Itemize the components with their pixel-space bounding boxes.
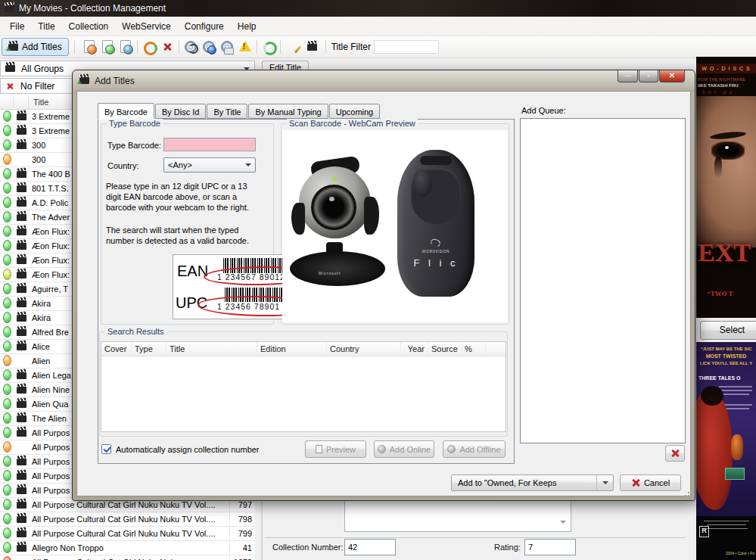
status-icon: [3, 542, 11, 553]
column-header--[interactable]: %: [462, 342, 486, 356]
type-cell: [14, 369, 29, 382]
status-icon: [3, 125, 11, 136]
delete-x-glyph: [163, 42, 172, 51]
clapper-icon: [17, 516, 26, 523]
minimize-button[interactable]: —: [618, 70, 638, 82]
preview-button[interactable]: Preview: [305, 440, 366, 458]
disc-export-icon[interactable]: [118, 39, 133, 54]
delete-icon[interactable]: [160, 39, 175, 54]
table-row[interactable]: All Purpose Cultural Cat Girl Nuku Nuku …: [0, 512, 255, 527]
remove-queue-button[interactable]: [665, 445, 685, 462]
barcode-input[interactable]: [163, 138, 256, 151]
edit-title-icon[interactable]: [285, 39, 300, 54]
poster-textline: [719, 394, 749, 395]
toolbar-separator: [257, 40, 257, 54]
type-cell: [14, 153, 29, 166]
tab-by-title[interactable]: By Title: [207, 104, 247, 119]
add-titles-dialog: Add Titles — ▫ ✕ By BarcodeBy Disc IdBy …: [72, 70, 695, 501]
webcam-detail: [291, 203, 305, 235]
status-icon: [3, 269, 11, 280]
tab-by-manual-typing[interactable]: By Manual Typing: [248, 104, 328, 119]
web-update-icon[interactable]: [82, 39, 97, 54]
split-arrow[interactable]: [596, 475, 613, 490]
add-offline-button[interactable]: Add Offline: [443, 440, 506, 458]
disc-copy-icon[interactable]: [219, 39, 235, 54]
column-header-source[interactable]: Source: [428, 342, 462, 356]
poster-smudge: [714, 157, 722, 178]
type-cell: [14, 484, 29, 497]
tab-upcoming[interactable]: Upcoming: [329, 104, 381, 119]
row-title: Allegro Non Troppo: [29, 541, 229, 555]
status-icon: [3, 197, 11, 208]
status-icon: [3, 182, 11, 194]
menu-item-file[interactable]: File: [3, 18, 31, 35]
app-icon: [5, 5, 14, 12]
menu-item-configure[interactable]: Configure: [178, 18, 231, 35]
maximize-button[interactable]: ▫: [639, 70, 658, 82]
refresh-icon[interactable]: [261, 39, 276, 54]
cancel-button[interactable]: Cancel: [620, 474, 681, 491]
add-to-collection-button[interactable]: Add to "Owned, For Keeps: [451, 474, 614, 491]
flic-detail: [420, 156, 452, 165]
sync-icon[interactable]: [142, 39, 157, 54]
column-header-country[interactable]: Country: [327, 342, 401, 356]
column-header-year[interactable]: Year: [401, 342, 428, 356]
row-number: 799: [229, 527, 255, 540]
country-dropdown[interactable]: <Any>: [163, 157, 256, 173]
status-icon: [3, 499, 11, 510]
add-online-button[interactable]: Add Online: [374, 440, 434, 458]
column-header-cover[interactable]: Cover: [101, 342, 132, 356]
select-button[interactable]: Select: [700, 321, 756, 340]
auto-assign-checkbox[interactable]: [101, 444, 111, 454]
table-row[interactable]: Allegro Non Troppo41: [0, 541, 255, 555]
tab-by-disc-id[interactable]: By Disc Id: [155, 104, 207, 119]
column-header-title[interactable]: Title: [166, 342, 257, 356]
edit-clapper-icon[interactable]: [307, 44, 317, 51]
title-filter-input[interactable]: [374, 40, 439, 54]
disc-add-icon[interactable]: [100, 39, 115, 54]
close-button[interactable]: ✕: [659, 70, 685, 82]
menu-item-webservice[interactable]: WebService: [115, 18, 177, 35]
status-icon: [3, 139, 11, 151]
clapper-icon: [17, 415, 26, 422]
clapper-icon: [17, 214, 26, 221]
webcam-base: [290, 251, 385, 286]
add-queue-list[interactable]: [520, 118, 686, 443]
type-cell: [14, 397, 29, 411]
table-row[interactable]: All Purpose Cultural Cat Girl Nuku Nuku …: [0, 527, 255, 541]
clapper-icon: [17, 185, 26, 192]
window-titlebar: My Movies - Collection Management: [0, 0, 756, 17]
disc-reload-icon[interactable]: [183, 39, 198, 54]
status-icon: [3, 398, 11, 409]
menu-item-title[interactable]: Title: [31, 18, 61, 35]
clapper-icon: [17, 257, 26, 264]
status-icon: [3, 168, 11, 179]
webcam-lens: [311, 185, 356, 230]
poster-textline: [719, 386, 752, 387]
add-titles-button[interactable]: Add Titles: [2, 38, 69, 56]
dialog-titlebar[interactable]: Add Titles: [73, 70, 695, 91]
search-results-table[interactable]: CoverTypeTitleEditionCountryYearSource%: [101, 341, 506, 432]
menu-item-collection[interactable]: Collection: [62, 18, 116, 35]
type-cell: [14, 225, 29, 238]
tab-by-barcode[interactable]: By Barcode: [98, 103, 154, 120]
type-cell: [14, 182, 29, 195]
disc-online-icon[interactable]: [201, 39, 216, 54]
clapper-icon: [17, 128, 26, 135]
column-header-edition[interactable]: Edition: [257, 342, 327, 356]
table-row[interactable]: All Purpose Cultural Cat Girl Nuku Nuku1…: [0, 555, 255, 560]
warning-icon[interactable]: [238, 39, 253, 54]
add-to-label: Add to "Owned, For Keeps: [452, 478, 596, 487]
type-cell: [14, 426, 29, 440]
status-icon: [3, 283, 11, 294]
clapper-icon: [17, 430, 26, 437]
add-offline-label: Add Offline: [459, 445, 500, 454]
poster-eye-glint: [725, 146, 729, 149]
menu-item-help[interactable]: Help: [231, 18, 263, 35]
poster-quote: “JUST MAY BE THE SIC: [696, 347, 756, 351]
column-header-type[interactable]: Type: [132, 342, 166, 356]
scroll-down-arrow[interactable]: [560, 521, 566, 527]
rating-input[interactable]: [524, 539, 576, 555]
collection-number-input[interactable]: [344, 539, 396, 555]
resize-grip[interactable]: [684, 490, 692, 497]
